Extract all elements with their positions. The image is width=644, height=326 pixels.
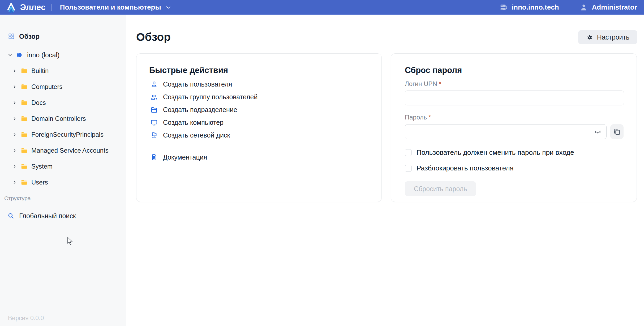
section-dropdown-label: Пользователи и компьютеры xyxy=(60,3,161,11)
current-user[interactable]: Administrator xyxy=(580,3,637,11)
action-create-group[interactable]: Создать группу пользователей xyxy=(151,93,369,101)
password-reset-card: Сброс пароля Логин UPN* Пароль* xyxy=(391,53,637,202)
app-version: Версия 0.0.0 xyxy=(8,315,44,322)
gear-icon xyxy=(586,34,593,41)
folder-icon xyxy=(21,147,28,154)
tree-item-computers[interactable]: Computers xyxy=(12,81,121,93)
checkbox-unlock-user[interactable]: Разблокировать пользователя xyxy=(405,164,624,172)
checkbox-box[interactable] xyxy=(405,149,412,156)
app-window: Эллес Пользователи и компьютеры xyxy=(0,0,644,326)
quick-actions-card: Быстрые действия Создать пользователя xyxy=(136,53,382,202)
sidebar-item-overview[interactable]: Обзор xyxy=(8,31,121,42)
password-label: Пароль* xyxy=(405,114,624,121)
tree-item-label: System xyxy=(31,163,53,170)
tree-root-label: inno (local) xyxy=(27,51,59,59)
action-create-network-drive[interactable]: Создать сетевой диск xyxy=(151,131,369,139)
action-create-user[interactable]: Создать пользователя xyxy=(151,80,369,88)
elles-logo-icon xyxy=(6,2,16,13)
chevron-down-icon[interactable] xyxy=(7,52,13,58)
chevron-down-icon xyxy=(165,4,172,11)
computer-icon xyxy=(151,119,158,126)
chevron-right-icon[interactable] xyxy=(12,132,17,137)
document-icon xyxy=(151,154,158,161)
chevron-right-icon[interactable] xyxy=(12,68,17,73)
checkbox-must-change-password[interactable]: Пользователь должен сменить пароль при в… xyxy=(405,148,624,157)
login-upn-input[interactable] xyxy=(405,91,624,105)
folder-icon xyxy=(21,131,28,138)
documentation-label: Документация xyxy=(163,153,207,161)
sidebar-section-label: Структура xyxy=(4,195,121,201)
brand-title: Эллес xyxy=(20,3,46,12)
chevron-right-icon[interactable] xyxy=(12,164,17,169)
tree-item-label: Computers xyxy=(31,83,62,91)
tree-item-managed-service-accounts[interactable]: Managed Service Accounts xyxy=(12,145,121,156)
section-dropdown[interactable]: Пользователи и компьютеры xyxy=(60,3,172,11)
copy-icon xyxy=(613,128,621,136)
folder-icon xyxy=(21,99,28,106)
user-name: Administrator xyxy=(592,3,637,11)
user-add-icon xyxy=(151,81,158,88)
folder-icon xyxy=(21,83,28,90)
copy-password-button[interactable] xyxy=(610,124,624,139)
required-asterisk: * xyxy=(428,114,431,121)
user-avatar-icon xyxy=(580,3,588,11)
global-search[interactable]: Глобальный поиск xyxy=(7,209,121,222)
global-search-label: Глобальный поиск xyxy=(19,212,76,220)
quick-actions-title: Быстрые действия xyxy=(149,65,369,75)
chevron-right-icon[interactable] xyxy=(12,116,17,121)
tree-item-builtin[interactable]: Builtin xyxy=(12,65,121,77)
chevron-right-icon[interactable] xyxy=(12,148,17,153)
tree-root-domain[interactable]: inno (local) xyxy=(7,49,121,61)
topbar: Эллес Пользователи и компьютеры xyxy=(0,0,644,15)
action-label: Создать группу пользователей xyxy=(163,93,257,101)
action-label: Создать подразделение xyxy=(163,106,237,114)
configure-button[interactable]: Настроить xyxy=(578,30,637,44)
reset-password-button[interactable]: Сбросить пароль xyxy=(405,181,476,196)
checkbox-label: Разблокировать пользователя xyxy=(417,164,513,172)
tree-item-label: Docs xyxy=(31,99,46,106)
action-label: Создать сетевой диск xyxy=(163,131,230,139)
action-create-computer[interactable]: Создать компьютер xyxy=(151,118,369,126)
action-create-org-unit[interactable]: Создать подразделение xyxy=(151,106,369,114)
search-icon xyxy=(7,212,14,219)
password-reset-title: Сброс пароля xyxy=(405,65,624,75)
tree-item-system[interactable]: System xyxy=(12,161,121,172)
group-add-icon xyxy=(151,93,158,101)
folder-icon xyxy=(21,67,28,74)
checkbox-label: Пользователь должен сменить пароль при в… xyxy=(417,148,574,157)
action-label: Создать компьютер xyxy=(163,119,224,126)
password-input[interactable] xyxy=(405,124,607,139)
required-asterisk: * xyxy=(439,80,441,87)
configure-button-label: Настроить xyxy=(597,33,629,41)
tree-item-label: Builtin xyxy=(31,67,49,75)
tree-item-label: Managed Service Accounts xyxy=(31,147,109,154)
folder-icon xyxy=(21,115,28,122)
chevron-right-icon[interactable] xyxy=(12,84,17,89)
main-content: Обзор Настроить Быстрые действия xyxy=(126,15,644,326)
network-drive-icon xyxy=(151,132,158,139)
chevron-right-icon[interactable] xyxy=(12,180,17,185)
tree-item-label: ForeignSecurityPrincipals xyxy=(31,131,104,138)
tree-item-label: Domain Controllers xyxy=(31,115,86,122)
tree-item-domain-controllers[interactable]: Domain Controllers xyxy=(12,113,121,125)
login-upn-label: Логин UPN* xyxy=(405,80,624,88)
tree-item-users[interactable]: Users xyxy=(12,177,121,188)
tree-item-foreign-security-principals[interactable]: ForeignSecurityPrincipals xyxy=(12,129,121,140)
mouse-cursor xyxy=(67,237,74,246)
grid-icon xyxy=(8,33,15,40)
folder-icon xyxy=(21,163,28,170)
tree-children: Builtin Computers Docs Domain Controller… xyxy=(0,65,121,188)
server-icon xyxy=(500,3,508,11)
org-unit-icon xyxy=(151,106,158,113)
connected-server: inno.inno.tech xyxy=(500,3,559,11)
sidebar-overview-label: Обзор xyxy=(19,33,40,40)
eye-closed-icon xyxy=(594,128,602,135)
tree-item-docs[interactable]: Docs xyxy=(12,97,121,109)
tree-item-label: Users xyxy=(31,179,48,186)
server-name: inno.inno.tech xyxy=(512,3,559,11)
checkbox-box[interactable] xyxy=(405,165,412,172)
chevron-right-icon[interactable] xyxy=(12,100,17,105)
documentation-link[interactable]: Документация xyxy=(151,153,369,161)
folder-icon xyxy=(21,179,28,186)
toggle-password-visibility-button[interactable] xyxy=(594,128,602,135)
